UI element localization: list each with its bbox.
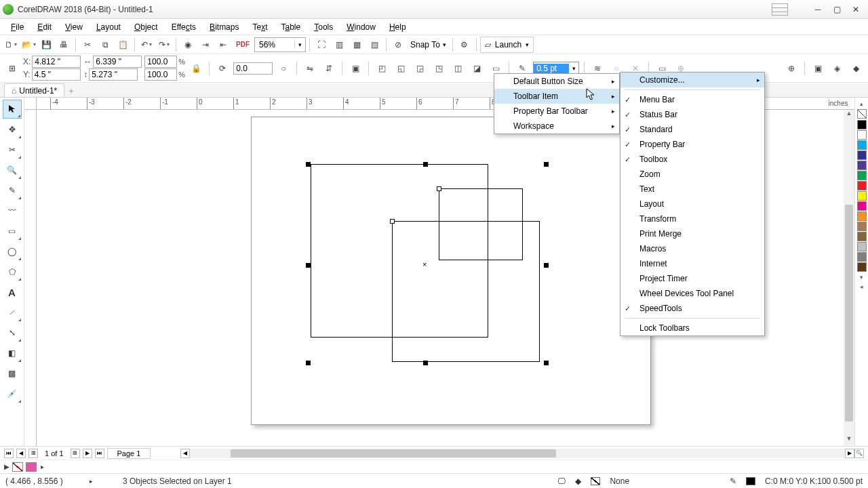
rotation-origin-icon[interactable]: ○	[275, 60, 292, 77]
polygon-tool[interactable]: ⬠	[3, 262, 22, 281]
close-button[interactable]: ✕	[846, 2, 865, 17]
export-button[interactable]: ⇤	[215, 37, 231, 53]
menu-tools[interactable]: Tools	[307, 20, 340, 35]
menu-workspace[interactable]: Workspace▸	[494, 119, 619, 134]
selection-handle[interactable]	[390, 219, 395, 224]
palette-flyout-arrow[interactable]: ◂	[860, 283, 863, 290]
outline-swatch[interactable]	[746, 477, 755, 485]
submenu-transform[interactable]: Transform	[620, 211, 764, 226]
expand-status-icon[interactable]: ▸	[90, 478, 93, 485]
menu-window[interactable]: Window	[340, 20, 382, 35]
quick-customize-button[interactable]: ⊕	[783, 60, 800, 77]
submenu-zoom[interactable]: Zoom	[620, 167, 764, 182]
submenu-customize[interactable]: Customize...▸	[620, 73, 764, 87]
submenu-text[interactable]: Text	[620, 182, 764, 197]
first-page-button[interactable]: ⏮	[4, 449, 14, 458]
symbol-manager-button[interactable]: ◆	[848, 60, 864, 77]
search-content-button[interactable]: ◉	[180, 37, 196, 53]
expand-icon[interactable]: ▸	[41, 463, 44, 470]
scrollbar-thumb[interactable]	[231, 449, 556, 458]
copy-button[interactable]: ⧉	[97, 37, 113, 53]
ribbon-toggle-icon[interactable]	[772, 3, 788, 16]
color-swatch[interactable]	[857, 150, 867, 160]
ruler-origin[interactable]	[24, 98, 37, 110]
cut-button[interactable]: ✂	[79, 37, 96, 53]
next-page-button[interactable]: ▶	[83, 449, 92, 458]
object-properties-button[interactable]: ▣	[810, 60, 826, 77]
menu-default-button-size[interactable]: Default Button Size▸	[494, 74, 619, 89]
submenu-macros[interactable]: Macros	[620, 241, 764, 256]
ellipse-tool[interactable]: ◯	[3, 242, 22, 261]
submenu-toolbox[interactable]: ✓Toolbox	[620, 152, 764, 167]
selection-handle[interactable]	[544, 361, 549, 365]
redo-button[interactable]: ↷	[156, 37, 172, 53]
color-swatch[interactable]	[26, 462, 37, 472]
color-swatch[interactable]	[857, 120, 867, 129]
menu-table[interactable]: Table	[275, 20, 308, 35]
y-position-input[interactable]	[32, 68, 81, 81]
menu-property-bar-toolbar[interactable]: Property Bar Toolbar▸	[494, 104, 619, 119]
text-tool[interactable]: A	[3, 283, 22, 302]
open-button[interactable]: 📂	[20, 37, 37, 53]
zoom-combo[interactable]: 56% ▾	[254, 37, 306, 52]
menu-layout[interactable]: Layout	[90, 20, 127, 35]
pick-all-icon[interactable]: ⊞	[4, 60, 20, 77]
selection-handle[interactable]	[437, 186, 441, 191]
menu-edit[interactable]: Edit	[31, 20, 58, 35]
weld-button[interactable]: ◰	[374, 60, 390, 77]
submenu-print-merge[interactable]: Print Merge	[620, 226, 764, 241]
color-swatch[interactable]	[857, 232, 867, 241]
rectangle-tool[interactable]: ▭	[3, 222, 22, 241]
menu-bitmaps[interactable]: Bitmaps	[203, 20, 245, 35]
menu-text[interactable]: Text	[245, 20, 274, 35]
palette-up-arrow[interactable]: ▴	[860, 100, 863, 107]
import-button[interactable]: ⇥	[197, 37, 214, 53]
order-front-button[interactable]: ▣	[347, 60, 363, 77]
selection-handle[interactable]	[423, 361, 428, 365]
submenu-wheel-devices[interactable]: Wheel Devices Tool Panel	[620, 286, 764, 301]
horizontal-scrollbar[interactable]: ◀ ▶ 🔍	[180, 449, 864, 458]
mirror-h-button[interactable]: ⇋	[302, 60, 318, 77]
selection-handle[interactable]	[423, 162, 428, 167]
color-swatch[interactable]	[857, 140, 867, 150]
add-page-before-button[interactable]: ⊞	[28, 449, 38, 458]
selection-handle[interactable]	[544, 263, 549, 268]
height-input[interactable]	[89, 68, 138, 81]
new-doc-tab[interactable]: ＋	[64, 85, 78, 97]
add-page-after-button[interactable]: ⊞	[71, 449, 80, 458]
submenu-speedtools[interactable]: ✓SpeedTools	[620, 301, 764, 316]
menu-toolbar-item[interactable]: Toolbar Item▸	[494, 89, 619, 104]
selection-handle[interactable]	[544, 162, 549, 167]
guidelines-button[interactable]: ▤	[366, 37, 382, 53]
mirror-v-button[interactable]: ⇵	[321, 60, 337, 77]
menu-effects[interactable]: Effects	[165, 20, 203, 35]
artistic-media-tool[interactable]: 〰	[3, 201, 22, 220]
scale-x-input[interactable]	[144, 56, 177, 68]
save-button[interactable]: 💾	[38, 37, 54, 53]
color-swatch[interactable]	[857, 242, 867, 251]
crop-tool[interactable]: ✂	[3, 140, 22, 159]
submenu-internet[interactable]: Internet	[620, 256, 764, 271]
connector-tool[interactable]: ⤡	[3, 323, 22, 342]
paste-button[interactable]: 📋	[115, 37, 131, 53]
color-swatch[interactable]	[857, 211, 867, 221]
ruler-vertical[interactable]	[24, 110, 37, 446]
undo-button[interactable]: ↶	[138, 37, 155, 53]
drop-shadow-tool[interactable]: ◧	[3, 344, 22, 363]
color-proof-icon[interactable]: 🖵	[557, 476, 566, 486]
color-swatch[interactable]	[857, 201, 867, 211]
zoom-tool[interactable]: 🔍	[3, 161, 22, 180]
rotation-input[interactable]	[233, 62, 273, 75]
play-icon[interactable]: ▶	[4, 463, 9, 470]
fullscreen-button[interactable]: ⛶	[313, 37, 330, 53]
prev-page-button[interactable]: ◀	[16, 449, 26, 458]
submenu-menu-bar[interactable]: ✓Menu Bar	[620, 92, 764, 107]
rulers-button[interactable]: ▥	[331, 37, 347, 53]
shape-tool[interactable]: ✥	[3, 120, 22, 139]
scale-y-input[interactable]	[144, 68, 177, 81]
new-button[interactable]: 🗋	[3, 37, 19, 53]
back-minus-front-button[interactable]: ◪	[469, 60, 485, 77]
color-eyedropper-tool[interactable]: 💉	[3, 384, 22, 403]
doc-tab-active[interactable]: ⌂ Untitled-1*	[4, 83, 64, 97]
grid-button[interactable]: ▦	[349, 37, 365, 53]
